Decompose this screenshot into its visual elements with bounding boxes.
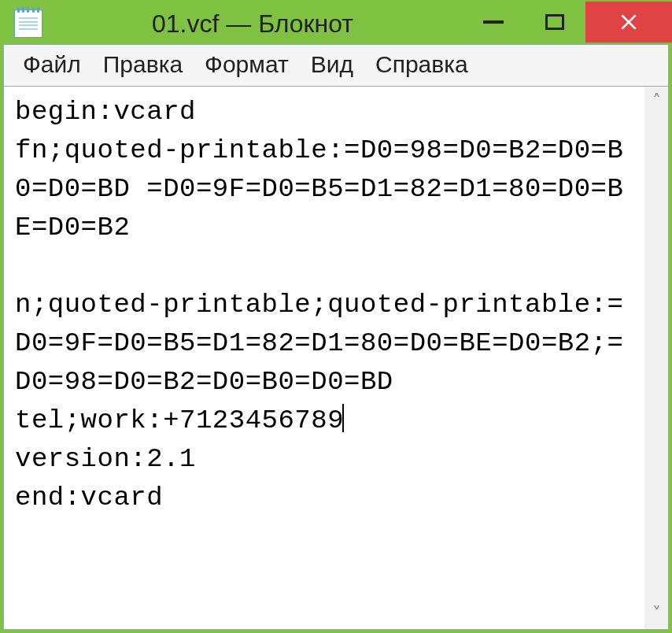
menubar: Файл Правка Формат Вид Справка xyxy=(4,45,668,86)
text-line: version:2.1 xyxy=(15,444,196,474)
window-title: 01.vcf — Блокнот xyxy=(42,9,463,39)
menu-edit[interactable]: Правка xyxy=(92,50,194,80)
text-line: begin:vcard xyxy=(15,97,196,127)
text-caret xyxy=(342,404,344,432)
text-line: end:vcard xyxy=(15,483,163,513)
minimize-button[interactable] xyxy=(463,2,524,43)
vertical-scrollbar[interactable]: ˄ ˅ xyxy=(644,87,668,629)
close-button[interactable] xyxy=(585,2,672,43)
menu-format[interactable]: Формат xyxy=(194,50,300,80)
notepad-window: 01.vcf — Блокнот Файл Правка Формат Вид … xyxy=(0,0,672,633)
titlebar[interactable]: 01.vcf — Блокнот xyxy=(3,3,669,44)
notepad-icon xyxy=(14,9,42,38)
window-controls xyxy=(463,2,672,43)
maximize-button[interactable] xyxy=(524,2,585,43)
close-icon xyxy=(618,12,639,32)
editor-container: begin:vcard fn;quoted-printable:=D0=98=D… xyxy=(4,86,668,629)
text-line: tel;work:+7123456789 xyxy=(15,405,344,435)
text-editor[interactable]: begin:vcard fn;quoted-printable:=D0=98=D… xyxy=(4,87,644,629)
menu-file[interactable]: Файл xyxy=(12,50,92,80)
client-area: Файл Правка Формат Вид Справка begin:vca… xyxy=(3,44,669,630)
scroll-down-arrow-icon[interactable]: ˅ xyxy=(652,605,661,623)
scroll-up-arrow-icon[interactable]: ˄ xyxy=(652,93,661,110)
text-line: fn;quoted-printable:=D0=98=D0=B2=D0=B0=D… xyxy=(15,135,623,242)
menu-help[interactable]: Справка xyxy=(364,50,479,80)
text-line: n;quoted-printable;quoted-printable:=D0=… xyxy=(15,290,623,397)
menu-view[interactable]: Вид xyxy=(300,50,364,80)
